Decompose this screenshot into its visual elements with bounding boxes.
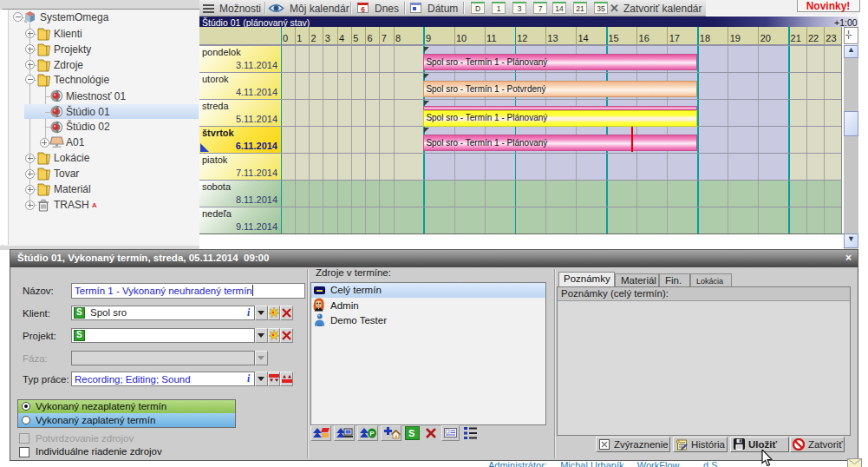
svg-text:P: P (369, 430, 375, 437)
